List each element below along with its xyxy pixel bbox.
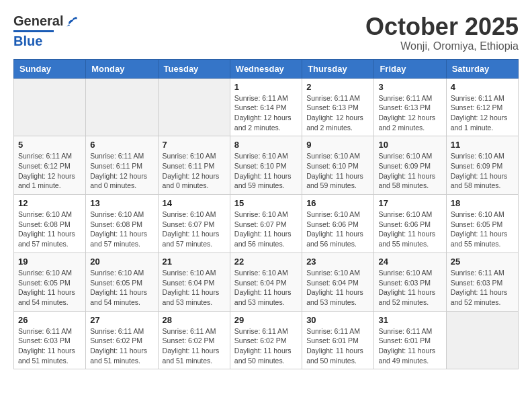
day-info: Sunrise: 6:10 AM Sunset: 6:04 PM Dayligh… [306,268,369,308]
table-row: 11Sunrise: 6:10 AM Sunset: 6:09 PM Dayli… [446,136,518,195]
day-info: Sunrise: 6:10 AM Sunset: 6:03 PM Dayligh… [378,268,441,308]
day-info: Sunrise: 6:11 AM Sunset: 6:12 PM Dayligh… [18,151,81,191]
day-info: Sunrise: 6:11 AM Sunset: 6:13 PM Dayligh… [378,93,441,133]
table-row: 31Sunrise: 6:11 AM Sunset: 6:01 PM Dayli… [374,311,446,369]
day-info: Sunrise: 6:10 AM Sunset: 6:05 PM Dayligh… [18,268,81,308]
table-row: 15Sunrise: 6:10 AM Sunset: 6:07 PM Dayli… [230,195,302,253]
table-row: 19Sunrise: 6:10 AM Sunset: 6:05 PM Dayli… [14,253,86,311]
header-sunday: Sunday [14,59,86,78]
table-row: 2Sunrise: 6:11 AM Sunset: 6:13 PM Daylig… [302,78,374,136]
day-info: Sunrise: 6:11 AM Sunset: 6:01 PM Dayligh… [378,326,441,366]
table-row: 14Sunrise: 6:10 AM Sunset: 6:07 PM Dayli… [158,195,230,253]
table-row: 24Sunrise: 6:10 AM Sunset: 6:03 PM Dayli… [374,253,446,311]
day-number: 28 [163,315,226,325]
header-saturday: Saturday [446,59,518,78]
table-row: 25Sunrise: 6:11 AM Sunset: 6:03 PM Dayli… [446,253,518,311]
day-info: Sunrise: 6:11 AM Sunset: 6:02 PM Dayligh… [90,326,153,366]
day-info: Sunrise: 6:10 AM Sunset: 6:07 PM Dayligh… [234,210,298,249]
logo-blue-text: Blue [13,34,42,49]
logo-general-text: General [13,13,63,29]
table-row: 1Sunrise: 6:11 AM Sunset: 6:14 PM Daylig… [230,78,302,136]
day-info: Sunrise: 6:10 AM Sunset: 6:06 PM Dayligh… [306,210,369,249]
table-row: 5Sunrise: 6:11 AM Sunset: 6:12 PM Daylig… [14,136,86,195]
day-info: Sunrise: 6:11 AM Sunset: 6:12 PM Dayligh… [451,93,514,133]
day-number: 29 [234,315,298,325]
calendar-week-row: 1Sunrise: 6:11 AM Sunset: 6:14 PM Daylig… [14,78,519,136]
table-row: 28Sunrise: 6:11 AM Sunset: 6:02 PM Dayli… [158,311,230,369]
table-row: 9Sunrise: 6:10 AM Sunset: 6:10 PM Daylig… [302,136,374,195]
day-number: 31 [378,315,441,325]
day-number: 19 [18,257,81,267]
day-info: Sunrise: 6:10 AM Sunset: 6:08 PM Dayligh… [18,210,81,249]
table-row: 20Sunrise: 6:10 AM Sunset: 6:05 PM Dayli… [86,253,158,311]
day-number: 9 [306,140,369,150]
day-number: 30 [306,315,369,325]
day-info: Sunrise: 6:10 AM Sunset: 6:09 PM Dayligh… [378,151,441,191]
calendar-body: 1Sunrise: 6:11 AM Sunset: 6:14 PM Daylig… [14,78,519,369]
header-thursday: Thursday [302,59,374,78]
calendar-week-row: 5Sunrise: 6:11 AM Sunset: 6:12 PM Daylig… [14,136,519,195]
day-info: Sunrise: 6:11 AM Sunset: 6:01 PM Dayligh… [306,326,369,366]
day-number: 26 [18,315,81,325]
day-number: 17 [378,198,441,208]
table-row [86,78,158,136]
day-number: 2 [306,82,369,92]
day-number: 4 [451,82,514,92]
weekday-header-row: Sunday Monday Tuesday Wednesday Thursday… [14,59,519,78]
day-number: 18 [451,198,514,208]
table-row: 22Sunrise: 6:10 AM Sunset: 6:04 PM Dayli… [230,253,302,311]
calendar-week-row: 19Sunrise: 6:10 AM Sunset: 6:05 PM Dayli… [14,253,519,311]
calendar-title: October 2025 [365,13,519,40]
table-row [14,78,86,136]
day-number: 10 [378,140,441,150]
day-number: 3 [378,82,441,92]
day-number: 13 [90,198,153,208]
table-row: 27Sunrise: 6:11 AM Sunset: 6:02 PM Dayli… [86,311,158,369]
day-info: Sunrise: 6:10 AM Sunset: 6:05 PM Dayligh… [90,268,153,308]
table-row: 30Sunrise: 6:11 AM Sunset: 6:01 PM Dayli… [302,311,374,369]
table-row [158,78,230,136]
day-number: 27 [90,315,153,325]
calendar-subtitle: Wonji, Oromiya, Ethiopia [365,40,519,52]
title-section: October 2025 Wonji, Oromiya, Ethiopia [365,13,519,52]
day-number: 16 [306,198,369,208]
calendar-week-row: 12Sunrise: 6:10 AM Sunset: 6:08 PM Dayli… [14,195,519,253]
day-number: 8 [234,140,298,150]
day-number: 1 [234,82,298,92]
day-number: 12 [18,198,81,208]
day-number: 21 [163,257,226,267]
table-row: 29Sunrise: 6:11 AM Sunset: 6:02 PM Dayli… [230,311,302,369]
day-info: Sunrise: 6:11 AM Sunset: 6:02 PM Dayligh… [163,326,226,366]
table-row: 6Sunrise: 6:11 AM Sunset: 6:11 PM Daylig… [86,136,158,195]
day-info: Sunrise: 6:10 AM Sunset: 6:10 PM Dayligh… [234,151,298,191]
logo-bird-icon [64,15,78,28]
day-number: 14 [163,198,226,208]
day-info: Sunrise: 6:10 AM Sunset: 6:05 PM Dayligh… [451,210,514,249]
table-row: 8Sunrise: 6:10 AM Sunset: 6:10 PM Daylig… [230,136,302,195]
day-info: Sunrise: 6:11 AM Sunset: 6:13 PM Dayligh… [306,93,369,133]
table-row: 16Sunrise: 6:10 AM Sunset: 6:06 PM Dayli… [302,195,374,253]
day-info: Sunrise: 6:10 AM Sunset: 6:08 PM Dayligh… [90,210,153,249]
day-number: 24 [378,257,441,267]
table-row: 12Sunrise: 6:10 AM Sunset: 6:08 PM Dayli… [14,195,86,253]
calendar-week-row: 26Sunrise: 6:11 AM Sunset: 6:03 PM Dayli… [14,311,519,369]
day-number: 6 [90,140,153,150]
table-row: 4Sunrise: 6:11 AM Sunset: 6:12 PM Daylig… [446,78,518,136]
table-row: 18Sunrise: 6:10 AM Sunset: 6:05 PM Dayli… [446,195,518,253]
day-info: Sunrise: 6:10 AM Sunset: 6:07 PM Dayligh… [163,210,226,249]
day-number: 7 [163,140,226,150]
day-number: 15 [234,198,298,208]
calendar-table: Sunday Monday Tuesday Wednesday Thursday… [13,59,519,370]
day-number: 20 [90,257,153,267]
table-row: 17Sunrise: 6:10 AM Sunset: 6:06 PM Dayli… [374,195,446,253]
table-row: 10Sunrise: 6:10 AM Sunset: 6:09 PM Dayli… [374,136,446,195]
day-number: 22 [234,257,298,267]
table-row: 3Sunrise: 6:11 AM Sunset: 6:13 PM Daylig… [374,78,446,136]
header-friday: Friday [374,59,446,78]
day-info: Sunrise: 6:10 AM Sunset: 6:04 PM Dayligh… [234,268,298,308]
day-number: 23 [306,257,369,267]
day-info: Sunrise: 6:11 AM Sunset: 6:02 PM Dayligh… [234,326,298,366]
day-info: Sunrise: 6:11 AM Sunset: 6:11 PM Dayligh… [90,151,153,191]
day-info: Sunrise: 6:10 AM Sunset: 6:06 PM Dayligh… [378,210,441,249]
logo: General Blue [13,13,78,49]
